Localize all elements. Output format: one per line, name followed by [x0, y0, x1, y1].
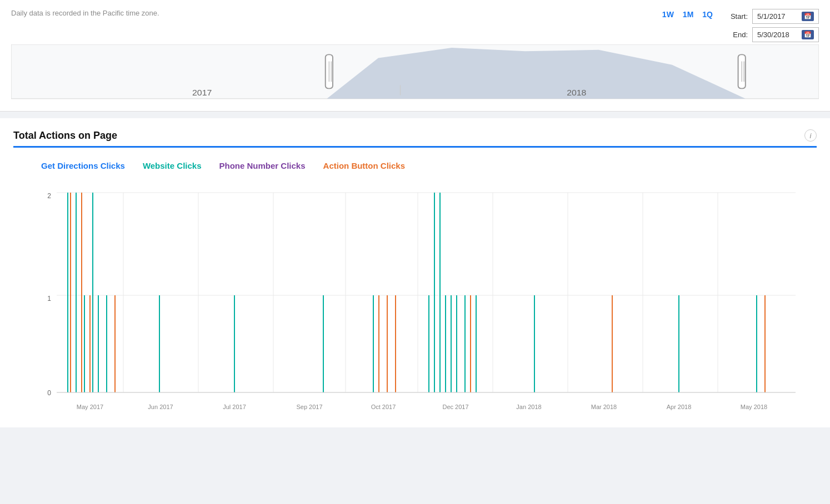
- chart-area: 2 1 0: [41, 182, 811, 416]
- svg-text:Jul 2017: Jul 2017: [223, 404, 246, 410]
- top-section: Daily data is recorded in the Pacific ti…: [0, 0, 830, 112]
- svg-text:Mar 2018: Mar 2018: [591, 404, 617, 410]
- chart-svg: 2 1 0: [41, 182, 811, 415]
- svg-text:Oct 2017: Oct 2017: [371, 404, 396, 410]
- svg-text:Jan 2018: Jan 2018: [516, 404, 541, 410]
- legend-action-clicks: Action Button Clicks: [323, 161, 406, 170]
- legend-get-directions: Get Directions Clicks: [41, 161, 125, 170]
- end-date-input[interactable]: 5/30/2018 📅: [752, 27, 819, 42]
- timeline-area[interactable]: 2017 2018: [11, 44, 819, 105]
- quick-range-1q[interactable]: 1Q: [700, 9, 715, 20]
- end-label: End:: [728, 31, 748, 39]
- section-title: Total Actions on Page: [13, 130, 117, 142]
- svg-text:Sep 2017: Sep 2017: [296, 404, 322, 410]
- svg-text:2: 2: [47, 192, 51, 200]
- quick-ranges: 1W 1M 1Q: [660, 9, 715, 20]
- info-icon[interactable]: i: [804, 129, 817, 142]
- start-cal-icon: 📅: [802, 12, 814, 21]
- svg-text:Apr 2018: Apr 2018: [667, 404, 692, 410]
- main-section: Total Actions on Page i Get Directions C…: [0, 118, 830, 427]
- svg-text:Jun 2017: Jun 2017: [148, 404, 173, 410]
- timeline-svg: 2017 2018: [11, 44, 819, 105]
- svg-text:May 2018: May 2018: [741, 404, 767, 410]
- svg-text:2018: 2018: [567, 88, 586, 97]
- start-label: Start:: [728, 12, 748, 21]
- chart-legend: Get Directions Clicks Website Clicks Pho…: [41, 161, 817, 170]
- section-header: Total Actions on Page i: [13, 129, 817, 148]
- svg-text:1: 1: [47, 295, 51, 303]
- start-date-input[interactable]: 5/1/2017 📅: [752, 9, 819, 24]
- legend-website-clicks: Website Clicks: [143, 161, 202, 170]
- svg-text:Dec 2017: Dec 2017: [442, 404, 468, 410]
- quick-range-1w[interactable]: 1W: [660, 9, 676, 20]
- timezone-note: Daily data is recorded in the Pacific ti…: [11, 9, 159, 17]
- quick-range-1m[interactable]: 1M: [681, 9, 696, 20]
- date-inputs: Start: 5/1/2017 📅 End: 5/30/2018 📅: [728, 9, 819, 42]
- start-date-row: Start: 5/1/2017 📅: [728, 9, 819, 24]
- end-cal-icon: 📅: [802, 30, 814, 39]
- svg-text:0: 0: [47, 389, 51, 397]
- svg-text:2017: 2017: [192, 88, 212, 97]
- legend-phone-clicks: Phone Number Clicks: [219, 161, 306, 170]
- end-date-row: End: 5/30/2018 📅: [728, 27, 819, 42]
- svg-text:May 2017: May 2017: [77, 404, 103, 410]
